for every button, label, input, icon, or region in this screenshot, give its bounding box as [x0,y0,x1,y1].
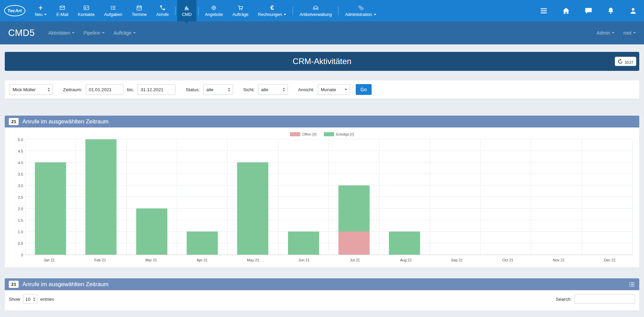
month-column [531,140,582,255]
warehouse-icon [313,5,319,11]
home-icon[interactable] [562,7,570,15]
contacts-icon [83,5,89,11]
chevron-down-icon [72,32,75,34]
month-column [177,140,228,255]
entries-label: entries [40,297,54,302]
bar-segment[interactable] [237,162,268,255]
bar-segment[interactable] [35,162,66,255]
search-label: Search: [556,297,572,302]
bell-icon[interactable] [607,7,615,15]
y-tick-label: 3.0 [10,184,23,188]
nav-angebote[interactable]: Angebote [200,0,228,21]
chart-plot-area: 00.51.01.52.02.53.03.54.04.55.0 [10,140,632,255]
calls-chart-body: Offen [#]Erledigt [#] 00.51.01.52.02.53.… [5,127,639,268]
subnav-root-menu[interactable]: root [623,30,636,36]
calendar-icon [136,5,142,11]
x-tick-label: Mar 21 [126,258,176,262]
stepper-icon [228,88,230,92]
calls-table-panel-header: 21 Anrufe im ausgewählten Zeitraum [5,278,639,290]
bar-segment[interactable] [338,185,370,232]
sub-navbar: CMD5 Aktivitäten Pipeline Aufträge Admin… [0,21,644,44]
y-tick-label: 3.5 [10,172,23,176]
page-title: CRM-Aktivitäten [293,57,351,66]
nav-kontakte[interactable]: Kontakte [73,0,99,21]
nav-administration[interactable]: Administration [340,0,381,21]
refresh-widget[interactable]: 10:27 [615,57,636,66]
go-button[interactable]: Go [356,84,372,95]
bar-segment[interactable] [288,232,319,255]
status-select[interactable]: alle [203,84,233,95]
legend-item: Offen [#] [290,132,316,136]
month-column [127,140,177,255]
chevron-down-icon [44,14,47,15]
bar-segment[interactable] [338,232,370,255]
nav-anrufe[interactable]: Anrufe [151,0,173,21]
tecart-logo-text: TecArt [4,5,25,16]
month-column [25,140,76,255]
sicht-label: Sicht: [243,87,255,92]
y-tick-label: 4.0 [10,161,23,165]
nav-email[interactable]: E-Mail [51,0,73,21]
x-tick-label: Jun 21 [278,258,329,262]
hamburger-menu-icon[interactable] [540,7,548,15]
nav-auftraege[interactable]: Aufträge [228,0,253,21]
x-tick-label: Aug 21 [380,258,431,262]
tecart-logo[interactable]: TecArt [0,0,30,21]
tasks-icon [110,5,116,11]
nav-aufgaben[interactable]: Aufgaben [99,0,127,21]
nav-termine[interactable]: Termine [127,0,151,21]
bar-segment[interactable] [187,232,218,255]
y-tick-label: 4.5 [10,149,23,153]
nav-neu[interactable]: Neu [30,0,52,21]
table-controls: Show 10 entries Search: [5,290,639,311]
legend-label: Erledigt [#] [336,132,354,136]
separator [293,6,293,15]
bar-segment[interactable] [389,232,420,255]
ansicht-label: Ansicht: [298,87,314,92]
chevron-down-icon [284,14,286,15]
offer-seal-icon [211,5,217,11]
y-axis-labels: 00.51.01.52.02.53.03.54.04.55.0 [10,140,23,255]
list-view-icon[interactable] [628,281,635,288]
search-input[interactable] [574,294,635,304]
subnav-auftraege[interactable]: Aufträge [113,30,136,36]
chevron-down-icon [612,32,615,34]
y-tick-label: 5.0 [10,138,23,142]
subnav-admin-menu[interactable]: Admin [597,30,615,36]
subnav-aktivitaeten[interactable]: Aktivitäten [48,30,75,36]
page-size-select[interactable]: 10 [23,294,38,304]
cart-icon [237,5,244,11]
month-column [582,140,632,255]
nav-cmd[interactable]: CMD [177,0,196,21]
bar-segment[interactable] [136,209,167,255]
chevron-down-icon [345,89,347,90]
subnav-right: Admin root [597,30,636,36]
subnav-pipeline[interactable]: Pipeline [83,30,105,36]
bar-segment[interactable] [86,139,117,255]
month-column [278,140,329,255]
user-select[interactable]: Mick Müller [9,84,53,95]
month-column [379,140,430,255]
ansicht-select[interactable]: Monate [318,84,350,95]
panel-title: Anrufe im ausgewählten Zeitraum [22,281,108,288]
page-banner: CRM-Aktivitäten 10:27 [5,52,639,71]
date-from-input[interactable] [86,84,124,95]
plus-icon [38,5,44,11]
month-column [329,140,379,255]
x-tick-label: Feb 21 [75,258,125,262]
panel-title: Anrufe im ausgewählten Zeitraum [22,118,108,125]
x-tick-label: Jul 21 [330,258,380,262]
nav-artikelverwaltung[interactable]: Artikelverwaltung [295,0,336,21]
chevron-down-icon [633,32,636,34]
x-axis-labels: Jan 21Feb 21Mar 21Apr 21May 21Jun 21Jul … [24,255,635,264]
gears-icon [358,5,364,11]
chat-icon[interactable] [584,7,593,15]
nav-rechnungen[interactable]: € Rechnungen [253,0,291,21]
date-to-input[interactable] [138,84,175,95]
legend-swatch [290,132,300,136]
separator [198,6,199,15]
sicht-select[interactable]: alle [258,84,288,95]
envelope-icon [59,5,65,11]
user-icon[interactable] [629,7,637,15]
y-tick-label: 0.5 [10,241,23,245]
